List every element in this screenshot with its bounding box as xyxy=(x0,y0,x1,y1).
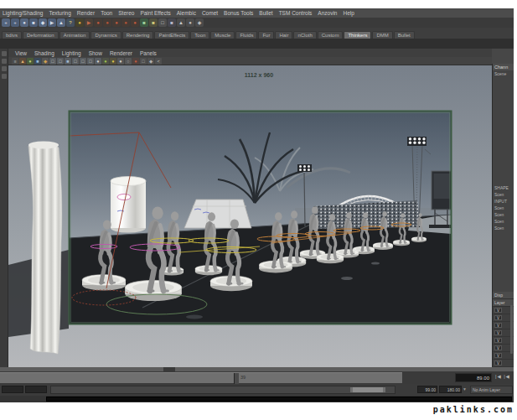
plane-icon[interactable]: ■ xyxy=(140,18,148,27)
time-slider[interactable]: 39 89.00 |◀ |◀ xyxy=(0,371,514,384)
playhead[interactable] xyxy=(234,373,239,384)
rotate-key-c-icon[interactable]: ● xyxy=(112,18,121,27)
layer-visibility-toggle[interactable]: V xyxy=(494,308,502,313)
shelf-tab[interactable]: Thinkers xyxy=(344,31,371,39)
menu-item[interactable]: Texturing xyxy=(49,10,70,16)
lock-camera-icon[interactable]: ● xyxy=(27,58,34,65)
move-tool-icon[interactable]: + xyxy=(11,18,19,27)
channel-row[interactable]: Scen xyxy=(493,211,514,218)
shelf-tab[interactable]: bdivs xyxy=(2,31,22,39)
shelf-tab[interactable]: Toon xyxy=(190,31,209,39)
layer-visibility-toggle[interactable]: V xyxy=(494,353,502,358)
page-icon[interactable]: □ xyxy=(158,18,167,27)
channel-row[interactable]: Scen xyxy=(493,205,514,211)
channel-row[interactable]: Scen xyxy=(493,225,514,231)
menu-item[interactable]: Bullet xyxy=(259,10,272,16)
scale-tool-icon[interactable]: ■ xyxy=(29,18,38,27)
select-camera-icon[interactable]: ▲ xyxy=(19,58,26,65)
character-icon[interactable]: ▲ xyxy=(177,18,185,27)
shelf-tab[interactable]: DMM xyxy=(372,31,392,39)
rotate-key-d-icon[interactable]: ● xyxy=(121,18,130,27)
layer-row[interactable]: V xyxy=(493,360,514,367)
white-fence[interactable] xyxy=(184,200,251,228)
menu-item[interactable]: Alembic xyxy=(177,10,196,16)
menu-item[interactable]: Stereo xyxy=(118,10,134,16)
step-back-buttons[interactable]: |◀ |◀ xyxy=(495,374,510,379)
shelf-tab[interactable]: Bullet xyxy=(394,31,415,39)
channel-row[interactable]: Scene xyxy=(493,70,514,77)
menu-item[interactable]: Help xyxy=(343,10,354,16)
layer-editor[interactable]: DispLayer VVVVVVVV |4 xyxy=(492,292,514,367)
range-slider-handle[interactable] xyxy=(350,387,385,392)
shelf-tab[interactable]: Deformation xyxy=(23,31,59,39)
shelf-tab[interactable]: Rendering xyxy=(122,31,154,39)
anim-end-field[interactable]: 180.00 xyxy=(439,386,462,393)
brush-icon[interactable]: ▶ xyxy=(85,18,93,27)
menu-item[interactable]: Lighting/Shading xyxy=(3,10,43,16)
field-chart-icon[interactable]: □ xyxy=(72,58,79,65)
layer-editor-tab[interactable]: Disp xyxy=(493,292,514,299)
menu-item[interactable]: Bonus Tools xyxy=(224,10,253,16)
lock-icon[interactable]: ● xyxy=(75,18,84,27)
panel-menu-item[interactable]: View xyxy=(15,50,27,56)
curtain[interactable] xyxy=(28,142,62,355)
gate-mask-icon[interactable]: ■ xyxy=(65,58,71,65)
rotate-key-b-icon[interactable]: ● xyxy=(103,18,111,27)
viewport-3d[interactable]: 1112 x 960 xyxy=(8,65,492,367)
layer-visibility-toggle[interactable]: V xyxy=(494,330,502,335)
layer-scrollbar[interactable] xyxy=(510,305,513,354)
menu-item[interactable]: Anzovin xyxy=(318,10,337,16)
safe-title-icon[interactable]: □ xyxy=(87,58,94,65)
texture-ball-icon[interactable]: ● xyxy=(110,58,116,65)
layer-visibility-toggle[interactable]: V xyxy=(494,345,502,350)
panel-menu-item[interactable]: Show xyxy=(89,50,102,56)
fill-icon[interactable]: ● xyxy=(95,58,101,65)
playback-start-field[interactable] xyxy=(25,386,47,393)
layer-visibility-toggle[interactable]: V xyxy=(494,338,502,343)
shelf-tab[interactable]: Fluids xyxy=(235,31,257,39)
channel-row[interactable]: INPUT xyxy=(493,198,514,205)
plugin-icon[interactable]: ◆ xyxy=(147,58,154,65)
wireframe-icon[interactable]: ○ xyxy=(125,58,132,65)
shelf-tab[interactable]: Custom xyxy=(318,31,344,39)
anim-layer-dropdown-arrow[interactable]: ▼ xyxy=(463,386,467,391)
shelf-tab[interactable]: PaintEffects xyxy=(154,31,189,39)
clapper-icon[interactable]: ■ xyxy=(168,18,176,27)
film-gate-icon[interactable]: □ xyxy=(49,58,56,65)
rotate-key-a-icon[interactable]: ● xyxy=(94,18,102,27)
curve-tool-icon[interactable]: ▶ xyxy=(48,18,56,27)
channel-row[interactable]: Scen xyxy=(493,191,514,198)
menu-item[interactable]: Render xyxy=(77,10,95,16)
panel-menu-item[interactable]: Renderer xyxy=(110,50,132,56)
shelf-tab[interactable]: Fur xyxy=(258,31,274,39)
image-plane-icon[interactable]: ◆ xyxy=(42,58,49,65)
help-shelf-icon[interactable]: ? xyxy=(66,18,75,27)
select-tool-icon[interactable]: + xyxy=(2,18,10,27)
command-line-input[interactable] xyxy=(46,397,512,402)
layer-visibility-toggle[interactable]: V xyxy=(494,323,502,328)
panel-menu-item[interactable]: Lighting xyxy=(62,50,81,56)
share-icon[interactable]: < xyxy=(155,58,162,65)
playback-end-field[interactable]: 99.00 xyxy=(417,386,437,393)
rotate-key-e-icon[interactable]: ● xyxy=(131,18,139,27)
isolate-select-icon[interactable]: □ xyxy=(140,58,147,65)
menu-grip-icon[interactable]: ≡ xyxy=(12,58,18,65)
layer-visibility-toggle[interactable]: V xyxy=(494,360,502,366)
xray-icon[interactable]: ● xyxy=(132,58,139,65)
poly-tool-icon[interactable]: ▲ xyxy=(57,18,65,27)
range-slider-track[interactable] xyxy=(50,386,396,394)
slider-icon[interactable]: ■ xyxy=(149,18,158,27)
channel-box[interactable]: Chann Scene SHAPEScenINPUTScenScenScenSc… xyxy=(492,64,514,292)
shelf-tab[interactable]: nCloth xyxy=(293,31,316,39)
time-slider-track[interactable]: 39 xyxy=(0,372,402,383)
panel-menu-item[interactable]: Shading xyxy=(34,50,54,56)
layer-visibility-toggle[interactable]: V xyxy=(494,315,502,320)
safe-action-icon[interactable]: □ xyxy=(80,58,86,65)
pose-icon[interactable]: ◆ xyxy=(195,18,204,27)
anim-start-field[interactable] xyxy=(2,386,23,393)
menu-item[interactable]: Toon xyxy=(101,10,112,16)
bookmark-icon[interactable]: ■ xyxy=(34,58,41,65)
current-time-field[interactable]: 89.00 xyxy=(455,373,492,382)
smooth-shade-icon[interactable]: ● xyxy=(117,58,124,65)
resolution-gate-icon[interactable]: □ xyxy=(57,58,64,65)
